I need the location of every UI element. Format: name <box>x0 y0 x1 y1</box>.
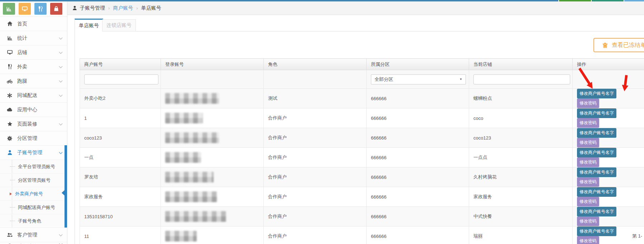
partition-cell: 666666 <box>367 226 469 244</box>
sidebar-subitem-delivery-merchant-accounts[interactable]: 同城配送商户账号 <box>0 201 67 214</box>
role-cell: 合作商户 <box>264 167 367 187</box>
sidebar-item-label: 首页 <box>17 21 27 27</box>
role-cell: 测试 <box>264 89 367 108</box>
actions-cell: 修改商户账号名字 修改密码 <box>573 89 644 108</box>
breadcrumb-item: 子账号管理 <box>80 5 105 11</box>
rename-merchant-account-button[interactable]: 修改商户账号名字 <box>577 128 616 138</box>
rename-merchant-account-button[interactable]: 修改商户账号名字 <box>577 226 616 236</box>
trash-icon <box>602 42 609 49</box>
table-row: 13510158710 合作商户 666666 中式快餐 修改商户账号名字 修改… <box>80 207 644 226</box>
change-password-button[interactable]: 修改密码 <box>577 118 599 128</box>
sidebar-item-app-center[interactable]: 应用中心 <box>0 103 67 117</box>
sidebar-subitem-label: 分区管理员账号 <box>18 177 51 184</box>
column-header-actions: 操作 <box>573 59 644 70</box>
rename-merchant-account-button[interactable]: 修改商户账号名字 <box>577 167 616 177</box>
change-password-button[interactable]: 修改密码 <box>577 138 599 147</box>
sidebar-item-label: 外卖 <box>17 64 27 70</box>
redacted-login-account <box>165 211 226 222</box>
sidebar-item-statistics[interactable]: 统计 <box>0 31 67 45</box>
sidebar-subitem-label: 全平台管理员账号 <box>18 164 55 170</box>
breadcrumb-link[interactable]: 商户账号 <box>113 5 133 11</box>
rename-merchant-account-button[interactable]: 修改商户账号名字 <box>577 187 616 197</box>
sidebar-item-page-decoration[interactable]: 页面装修 <box>0 117 67 131</box>
partition-cell: 666666 <box>367 108 469 128</box>
merchant-account-cell: 13510158710 <box>80 207 161 226</box>
role-cell: 合作商户 <box>264 128 367 148</box>
chevron-down-icon <box>59 233 63 236</box>
shop-cell: 中式快餐 <box>469 207 573 226</box>
chevron-down-icon <box>59 150 63 154</box>
partition-cell: 666666 <box>367 148 469 167</box>
breadcrumb-item: 单店账号 <box>141 5 161 11</box>
sidebar-item-partition-management[interactable]: 分区管理 <box>0 131 67 146</box>
shopping-bag-icon[interactable] <box>50 3 62 15</box>
change-password-button[interactable]: 修改密码 <box>577 177 599 187</box>
shop-cell: 家政服务 <box>469 187 573 207</box>
change-password-button[interactable]: 修改密码 <box>577 98 599 108</box>
tree-dots <box>10 166 15 167</box>
sidebar-item-label: 同城配送 <box>17 92 37 99</box>
change-password-button[interactable]: 修改密码 <box>577 216 599 226</box>
actions-cell: 修改商户账号名字 修改密码 <box>573 128 644 148</box>
change-password-button[interactable]: 修改密码 <box>577 236 599 244</box>
strip-segment <box>558 0 591 1</box>
login-account-filter-cell <box>161 70 264 89</box>
view-frozen-accounts-button[interactable]: 查看已冻结单店账号 <box>593 38 644 52</box>
tab-chain-store-accounts[interactable]: 连锁店账号 <box>102 19 136 31</box>
sidebar-subitem-subaccount-roles[interactable]: 子账号角色 <box>0 214 67 228</box>
monitor-icon[interactable] <box>19 3 31 15</box>
sidebar-item-label: 子账号管理 <box>17 150 42 156</box>
sidebar-subitem-partition-admin-accounts[interactable]: 分区管理员账号 <box>0 174 67 187</box>
sidebar-item-takeout[interactable]: 外卖 <box>0 60 67 74</box>
rename-merchant-account-button[interactable]: 修改商户账号名字 <box>577 108 616 118</box>
cloud-icon <box>6 107 13 113</box>
sidebar-item-label: 客户管理 <box>17 232 37 238</box>
redacted-login-account <box>165 93 219 104</box>
table-row: 外卖小吃2 测试 666666 螺蛳粉点 修改商户账号名字 修改密码 <box>80 89 644 108</box>
table-row: 罗友培 合作商户 666666 久村烤脑花 修改商户账号名字 修改密码 <box>80 167 644 187</box>
rename-merchant-account-button[interactable]: 修改商户账号名字 <box>577 89 616 98</box>
strip-segment <box>624 0 644 1</box>
change-password-button[interactable]: 修改密码 <box>577 157 599 167</box>
shop-cell: 瑞丽 <box>469 226 573 244</box>
shortcut-tiles <box>0 1 67 17</box>
sidebar-item-finance-settlement[interactable]: 财务结算 <box>0 242 67 244</box>
login-account-cell <box>161 148 264 167</box>
column-header-role: 角色 <box>264 59 367 70</box>
rename-merchant-account-button[interactable]: 修改商户账号名字 <box>577 148 616 157</box>
sidebar-item-home[interactable]: 首页 <box>0 17 67 31</box>
role-cell: 合作商户 <box>264 187 367 207</box>
sidebar-item-customer-management[interactable]: 客户管理 <box>0 228 67 242</box>
utensils-icon[interactable] <box>34 3 47 15</box>
column-header-login-account: 登录账号 <box>161 59 264 70</box>
tab-single-store-accounts[interactable]: 单店账号 <box>75 19 103 31</box>
merchant-account-filter-input[interactable] <box>84 74 158 84</box>
change-password-button[interactable]: 修改密码 <box>577 197 599 206</box>
sidebar-subitem-label: 同城配送商户账号 <box>18 204 55 211</box>
pagination-text: 第 1- <box>632 233 642 239</box>
table-row: 11 合作商户 666666 瑞丽 修改商户账号名字 修改密码 <box>80 226 644 244</box>
sidebar-subitem-platform-admin-accounts[interactable]: 全平台管理员账号 <box>0 160 67 174</box>
partition-cell: 666666 <box>367 167 469 187</box>
redacted-login-account <box>165 113 203 123</box>
login-account-cell <box>161 108 264 128</box>
partition-cell: 666666 <box>367 89 469 108</box>
sidebar-item-errand[interactable]: 跑腿 <box>0 74 67 88</box>
sidebar-item-subaccount-management[interactable]: 子账号管理 <box>0 146 67 160</box>
actions-cell: 修改商户账号名字 修改密码 <box>573 187 644 207</box>
sidebar-item-label: 跑腿 <box>17 78 27 84</box>
sidebar-subitem-takeout-merchant-accounts[interactable]: 外卖商户账号 <box>0 187 67 201</box>
current-shop-filter-input[interactable] <box>473 74 570 84</box>
tree-dots <box>10 221 15 221</box>
chevron-down-icon <box>59 64 63 68</box>
merchant-account-cell: 外卖小吃2 <box>80 89 161 108</box>
bar-chart-icon[interactable] <box>3 3 15 15</box>
sidebar-item-label: 店铺 <box>17 49 27 56</box>
chevron-down-icon <box>59 79 63 82</box>
table-row: coco123 合作商户 666666 coco123 修改商户账号名字 修改密… <box>80 128 644 148</box>
rename-merchant-account-button[interactable]: 修改商户账号名字 <box>577 207 616 216</box>
partition-filter-select[interactable]: 全部分区 ▼ <box>371 74 466 84</box>
sidebar-item-city-delivery[interactable]: 同城配送 <box>0 88 67 103</box>
sidebar-item-shop[interactable]: 店铺 <box>0 45 67 60</box>
users-icon <box>6 232 13 238</box>
